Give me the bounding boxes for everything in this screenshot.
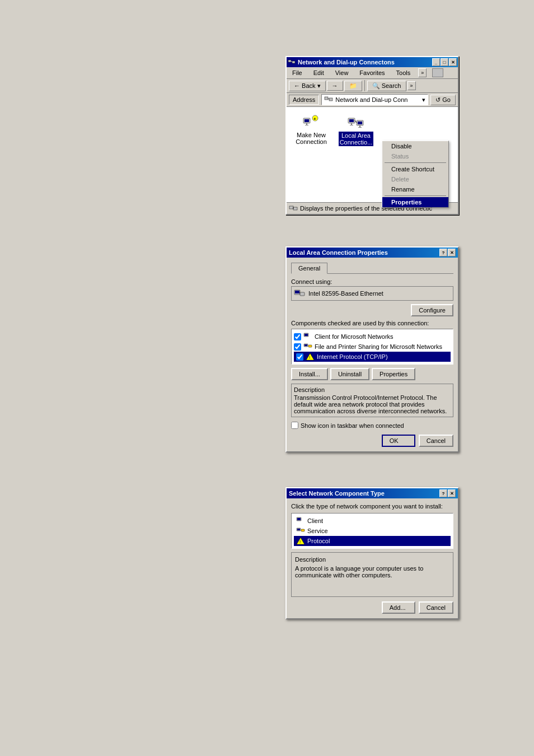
client-type-icon [296,517,305,525]
dialog2-help-button[interactable]: ? [439,489,447,497]
svg-text:+: + [313,116,316,122]
ctx-properties[interactable]: Properties [382,197,448,207]
address-label: Address [289,95,319,105]
component-tcpip[interactable]: ! Internet Protocol (TCP/IP) [294,352,451,362]
svg-rect-36 [297,518,301,520]
search-button[interactable]: 🔍 Search [367,81,406,91]
tcpip-icon: ! [306,353,315,361]
menu-view[interactable]: View [332,68,352,77]
menu-favorites[interactable]: Favorites [356,68,388,77]
forward-button[interactable]: → [327,81,343,91]
ok-button[interactable]: OK [382,435,415,447]
close-button[interactable]: ✕ [449,58,457,66]
dialog2-cancel-button[interactable]: Cancel [419,601,453,614]
local-area-properties-dialog: Local Area Connection Properties ? ✕ Gen… [285,246,459,452]
component-client[interactable]: Client for Microsoft Networks [294,332,451,342]
install-button[interactable]: Install... [291,368,328,380]
make-new-connection-icon[interactable]: + Make NewConnection [293,114,329,146]
type-protocol[interactable]: ! Protocol [294,536,451,546]
connect-using-section: Connect using: Intel 82595-Based Etherne… [291,278,453,301]
configure-button[interactable]: Configure [411,304,453,316]
uninstall-button[interactable]: Uninstall [330,368,369,380]
svg-rect-9 [305,125,308,125]
type-protocol-label: Protocol [307,538,330,544]
component-properties-button[interactable]: Properties [372,368,415,380]
configure-section: Configure [291,304,453,316]
address-field[interactable]: Network and Dial-up Conn ▾ [321,94,428,105]
title-bar-text: Network and Dial-up Connectons [288,58,395,66]
menu-file[interactable]: File [289,68,306,77]
show-icon-checkbox[interactable] [291,422,298,429]
go-button[interactable]: ↺ Go [430,95,456,105]
svg-rect-8 [306,123,307,125]
ctx-sep1 [385,162,446,163]
dialog1-body: General Connect using: Intel 82595-Based… [287,258,458,451]
dialog1-controls: ? ✕ [439,249,456,256]
component-file-checkbox[interactable] [294,343,301,351]
service-type-icon [296,527,305,535]
tab-strip: General [291,262,453,274]
show-icon-row[interactable]: Show icon in taskbar when connected [291,421,453,430]
menu-overflow[interactable]: » [418,68,427,77]
back-arrow: ← [294,82,300,89]
ctx-rename[interactable]: Rename [382,184,448,194]
make-new-label: Make NewConnection [296,132,327,145]
dialog1-close-button[interactable]: ✕ [448,249,456,256]
svg-rect-26 [300,292,305,296]
svg-rect-15 [350,125,353,125]
up-button[interactable]: 📁 [344,81,362,91]
minimize-button[interactable]: _ [432,58,440,66]
components-label: Components checked are used by this conn… [291,320,453,326]
component-type-list: Client Service ! Protocol [291,513,453,549]
back-dropdown[interactable]: ▾ [317,82,321,89]
back-button[interactable]: ← Back ▾ [289,81,326,91]
status-icon [289,204,298,213]
component-tcpip-label: Internet Protocol (TCP/IP) [317,353,388,360]
svg-rect-19 [358,127,362,128]
dialog1-buttons: OK Cancel [291,435,453,447]
component-tcpip-checkbox[interactable] [296,353,303,361]
component-file-sharing[interactable]: File and Printer Sharing for Microsoft N… [294,342,451,352]
dialog2-instruction: Click the type of network component you … [291,503,453,510]
menu-edit[interactable]: Edit [310,68,327,77]
type-service[interactable]: Service [294,526,451,536]
dialog2-buttons: Add... Cancel [291,601,453,614]
local-area-connection-icon[interactable]: Local AreaConnectio... [338,114,374,146]
network-connections-window: Network and Dial-up Connectons _ □ ✕ Fil… [285,56,459,215]
component-client-checkbox[interactable] [294,333,301,340]
dialog1-help-button[interactable]: ? [439,249,447,256]
ctx-disable[interactable]: Disable [382,141,448,151]
type-client-label: Client [307,517,323,524]
description-section: Description Transmission Control Protoco… [291,384,453,417]
svg-rect-4 [329,98,332,101]
menu-bar: File Edit View Favorites Tools » [287,67,458,79]
tab-general[interactable]: General [291,263,327,274]
type-client[interactable]: Client [294,516,451,526]
context-menu: Disable Status Create Shortcut Delete Re… [382,141,449,208]
local-area-image [347,114,365,132]
svg-line-5 [328,99,329,100]
components-section: Components checked are used by this conn… [291,320,453,365]
ctx-create-shortcut[interactable]: Create Shortcut [382,164,448,174]
svg-rect-21 [289,206,293,209]
ctx-sep2 [385,195,446,196]
svg-rect-32 [308,345,312,347]
toolbar-separator [364,80,365,91]
make-new-connection-image: + [302,114,320,132]
install-buttons: Install... Uninstall Properties [291,368,453,380]
dialog2-controls: ? ✕ [439,489,456,497]
adapter-field: Intel 82595-Based Ethernet [291,286,453,301]
menu-tools[interactable]: Tools [393,68,414,77]
toolbar-overflow[interactable]: » [407,81,416,90]
dialog2-body: Click the type of network component you … [287,498,458,618]
svg-rect-31 [305,344,307,346]
adapter-icon [294,289,305,298]
maximize-button[interactable]: □ [441,58,448,66]
dialog1-cancel-button[interactable]: Cancel [419,435,453,447]
add-button[interactable]: Add... [382,601,415,614]
component-file-label: File and Printer Sharing for Microsoft N… [315,343,442,350]
connect-using-label: Connect using: [291,278,453,285]
dialog2-close-button[interactable]: ✕ [448,489,456,497]
address-dropdown-icon[interactable]: ▾ [422,96,425,104]
dialog2-description-heading: Description [295,556,449,563]
